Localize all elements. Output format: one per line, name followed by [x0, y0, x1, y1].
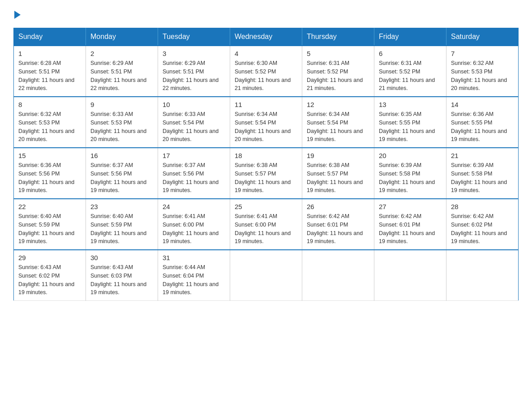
day-info: Sunrise: 6:36 AM Sunset: 5:55 PM Dayligh…	[451, 110, 514, 144]
calendar-cell: 28 Sunrise: 6:42 AM Sunset: 6:02 PM Dayl…	[446, 199, 519, 250]
day-number: 23	[90, 203, 153, 210]
day-info: Sunrise: 6:39 AM Sunset: 5:58 PM Dayligh…	[379, 161, 442, 195]
day-number: 25	[235, 203, 297, 210]
day-number: 21	[451, 152, 514, 159]
day-number: 3	[163, 50, 225, 57]
day-number: 14	[451, 101, 514, 108]
calendar-cell: 23 Sunrise: 6:40 AM Sunset: 5:59 PM Dayl…	[86, 199, 158, 250]
day-number: 9	[90, 101, 153, 108]
calendar-week-row: 8 Sunrise: 6:32 AM Sunset: 5:53 PM Dayli…	[14, 97, 519, 148]
calendar-cell	[302, 250, 374, 301]
day-number: 7	[451, 50, 514, 57]
header-saturday: Saturday	[446, 28, 519, 46]
header-tuesday: Tuesday	[158, 28, 230, 46]
day-info: Sunrise: 6:34 AM Sunset: 5:54 PM Dayligh…	[235, 110, 297, 144]
day-number: 8	[18, 101, 81, 108]
day-info: Sunrise: 6:43 AM Sunset: 6:03 PM Dayligh…	[90, 263, 153, 297]
day-info: Sunrise: 6:28 AM Sunset: 5:51 PM Dayligh…	[18, 59, 81, 93]
calendar-week-row: 1 Sunrise: 6:28 AM Sunset: 5:51 PM Dayli…	[14, 46, 519, 97]
calendar-cell: 11 Sunrise: 6:34 AM Sunset: 5:54 PM Dayl…	[230, 97, 302, 148]
day-number: 30	[90, 254, 153, 261]
calendar-header-row: SundayMondayTuesdayWednesdayThursdayFrid…	[14, 28, 519, 46]
day-number: 2	[90, 50, 153, 57]
calendar-cell: 3 Sunrise: 6:29 AM Sunset: 5:51 PM Dayli…	[158, 46, 230, 97]
calendar-cell: 9 Sunrise: 6:33 AM Sunset: 5:53 PM Dayli…	[86, 97, 158, 148]
day-info: Sunrise: 6:44 AM Sunset: 6:04 PM Dayligh…	[163, 263, 225, 297]
calendar-week-row: 22 Sunrise: 6:40 AM Sunset: 5:59 PM Dayl…	[14, 199, 519, 250]
day-number: 24	[163, 203, 225, 210]
day-info: Sunrise: 6:37 AM Sunset: 5:56 PM Dayligh…	[163, 161, 225, 195]
calendar-cell: 25 Sunrise: 6:41 AM Sunset: 6:00 PM Dayl…	[230, 199, 302, 250]
day-info: Sunrise: 6:36 AM Sunset: 5:56 PM Dayligh…	[18, 161, 81, 195]
calendar-cell: 8 Sunrise: 6:32 AM Sunset: 5:53 PM Dayli…	[14, 97, 86, 148]
day-number: 10	[163, 101, 225, 108]
calendar-cell	[230, 250, 302, 301]
calendar-cell: 16 Sunrise: 6:37 AM Sunset: 5:56 PM Dayl…	[86, 148, 158, 199]
calendar-cell: 2 Sunrise: 6:29 AM Sunset: 5:51 PM Dayli…	[86, 46, 158, 97]
calendar-cell: 30 Sunrise: 6:43 AM Sunset: 6:03 PM Dayl…	[86, 250, 158, 301]
calendar-cell: 27 Sunrise: 6:42 AM Sunset: 6:01 PM Dayl…	[374, 199, 446, 250]
header-wednesday: Wednesday	[230, 28, 302, 46]
day-number: 15	[18, 152, 81, 159]
logo-arrow-icon	[14, 11, 21, 19]
calendar-cell: 22 Sunrise: 6:40 AM Sunset: 5:59 PM Dayl…	[14, 199, 86, 250]
calendar-cell: 26 Sunrise: 6:42 AM Sunset: 6:01 PM Dayl…	[302, 199, 374, 250]
day-number: 11	[235, 101, 297, 108]
day-info: Sunrise: 6:32 AM Sunset: 5:53 PM Dayligh…	[451, 59, 514, 93]
header-monday: Monday	[86, 28, 158, 46]
day-info: Sunrise: 6:33 AM Sunset: 5:54 PM Dayligh…	[163, 110, 225, 144]
calendar-cell: 14 Sunrise: 6:36 AM Sunset: 5:55 PM Dayl…	[446, 97, 519, 148]
day-number: 22	[18, 203, 81, 210]
day-info: Sunrise: 6:42 AM Sunset: 6:01 PM Dayligh…	[307, 212, 369, 246]
day-info: Sunrise: 6:40 AM Sunset: 5:59 PM Dayligh…	[18, 212, 81, 246]
calendar-cell: 10 Sunrise: 6:33 AM Sunset: 5:54 PM Dayl…	[158, 97, 230, 148]
day-number: 5	[307, 50, 369, 57]
day-info: Sunrise: 6:35 AM Sunset: 5:55 PM Dayligh…	[379, 110, 442, 144]
day-number: 18	[235, 152, 297, 159]
day-number: 16	[90, 152, 153, 159]
calendar-cell: 29 Sunrise: 6:43 AM Sunset: 6:02 PM Dayl…	[14, 250, 86, 301]
day-number: 29	[18, 254, 81, 261]
day-info: Sunrise: 6:40 AM Sunset: 5:59 PM Dayligh…	[90, 212, 153, 246]
header-friday: Friday	[374, 28, 446, 46]
day-info: Sunrise: 6:29 AM Sunset: 5:51 PM Dayligh…	[90, 59, 153, 93]
calendar-cell: 21 Sunrise: 6:39 AM Sunset: 5:58 PM Dayl…	[446, 148, 519, 199]
day-info: Sunrise: 6:43 AM Sunset: 6:02 PM Dayligh…	[18, 263, 81, 297]
calendar-cell	[446, 250, 519, 301]
calendar-cell: 15 Sunrise: 6:36 AM Sunset: 5:56 PM Dayl…	[14, 148, 86, 199]
calendar-cell: 13 Sunrise: 6:35 AM Sunset: 5:55 PM Dayl…	[374, 97, 446, 148]
calendar-cell: 19 Sunrise: 6:38 AM Sunset: 5:57 PM Dayl…	[302, 148, 374, 199]
day-info: Sunrise: 6:34 AM Sunset: 5:54 PM Dayligh…	[307, 110, 369, 144]
page-header	[13, 9, 519, 19]
day-number: 26	[307, 203, 369, 210]
calendar-table: SundayMondayTuesdayWednesdayThursdayFrid…	[13, 28, 519, 301]
day-info: Sunrise: 6:33 AM Sunset: 5:53 PM Dayligh…	[90, 110, 153, 144]
day-number: 31	[163, 254, 225, 261]
day-info: Sunrise: 6:31 AM Sunset: 5:52 PM Dayligh…	[307, 59, 369, 93]
header-sunday: Sunday	[14, 28, 86, 46]
day-number: 12	[307, 101, 369, 108]
calendar-cell: 31 Sunrise: 6:44 AM Sunset: 6:04 PM Dayl…	[158, 250, 230, 301]
day-info: Sunrise: 6:38 AM Sunset: 5:57 PM Dayligh…	[307, 161, 369, 195]
day-info: Sunrise: 6:41 AM Sunset: 6:00 PM Dayligh…	[235, 212, 297, 246]
day-info: Sunrise: 6:31 AM Sunset: 5:52 PM Dayligh…	[379, 59, 442, 93]
calendar-cell: 17 Sunrise: 6:37 AM Sunset: 5:56 PM Dayl…	[158, 148, 230, 199]
day-info: Sunrise: 6:42 AM Sunset: 6:01 PM Dayligh…	[379, 212, 442, 246]
calendar-cell	[374, 250, 446, 301]
day-number: 17	[163, 152, 225, 159]
day-info: Sunrise: 6:30 AM Sunset: 5:52 PM Dayligh…	[235, 59, 297, 93]
header-thursday: Thursday	[302, 28, 374, 46]
calendar-cell: 6 Sunrise: 6:31 AM Sunset: 5:52 PM Dayli…	[374, 46, 446, 97]
calendar-cell: 5 Sunrise: 6:31 AM Sunset: 5:52 PM Dayli…	[302, 46, 374, 97]
calendar-cell: 18 Sunrise: 6:38 AM Sunset: 5:57 PM Dayl…	[230, 148, 302, 199]
day-number: 20	[379, 152, 442, 159]
day-info: Sunrise: 6:38 AM Sunset: 5:57 PM Dayligh…	[235, 161, 297, 195]
calendar-cell: 7 Sunrise: 6:32 AM Sunset: 5:53 PM Dayli…	[446, 46, 519, 97]
calendar-cell: 4 Sunrise: 6:30 AM Sunset: 5:52 PM Dayli…	[230, 46, 302, 97]
day-info: Sunrise: 6:29 AM Sunset: 5:51 PM Dayligh…	[163, 59, 225, 93]
day-info: Sunrise: 6:37 AM Sunset: 5:56 PM Dayligh…	[90, 161, 153, 195]
day-info: Sunrise: 6:41 AM Sunset: 6:00 PM Dayligh…	[163, 212, 225, 246]
day-number: 6	[379, 50, 442, 57]
day-info: Sunrise: 6:39 AM Sunset: 5:58 PM Dayligh…	[451, 161, 514, 195]
day-number: 27	[379, 203, 442, 210]
